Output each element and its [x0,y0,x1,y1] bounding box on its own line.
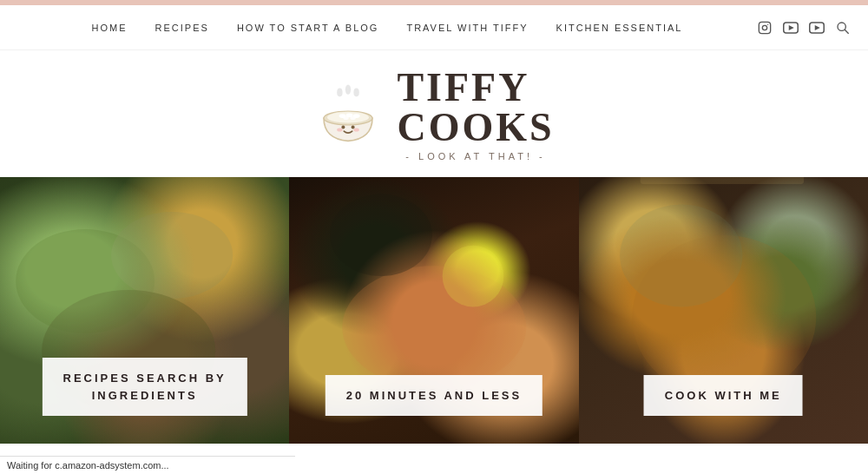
card-2-label: 20 MINUTES AND LESS [326,375,542,417]
svg-point-1 [762,25,766,30]
bowl-logo-icon [313,80,383,149]
logo-area: TIFFY COOKS - LOOK AT THAT! - [0,50,868,177]
svg-point-28 [443,246,504,307]
svg-line-8 [845,30,849,34]
logo-title-line1: TIFFY [397,65,529,109]
svg-point-11 [354,89,359,97]
nav-links: Home Recipes How to Start a Blog Travel … [17,23,757,33]
nav-icons [757,20,851,36]
search-icon[interactable] [835,20,851,36]
nav-home[interactable]: Home [92,23,128,33]
card-2-label-text: 20 MINUTES AND LESS [346,387,522,405]
svg-point-23 [354,128,359,132]
logo-container: TIFFY COOKS - LOOK AT THAT! - [313,68,554,161]
svg-point-22 [338,128,343,132]
svg-marker-6 [815,25,820,30]
nav-travel[interactable]: Travel with Tiffy [406,23,528,33]
card-recipes-search[interactable]: RECIPES SEARCH BY INGREDIENTS [0,177,289,444]
svg-point-2 [767,23,768,24]
youtube-alt-icon[interactable] [809,20,825,36]
svg-point-7 [838,23,845,30]
logo-text: TIFFY COOKS - LOOK AT THAT! - [397,68,554,161]
card-20-minutes[interactable]: 20 MINUTES AND LESS [289,177,578,444]
svg-point-21 [352,125,355,128]
nav-recipes[interactable]: Recipes [155,23,209,33]
card-3-label-text: COOK WITH ME [665,387,782,405]
svg-point-18 [344,116,349,120]
nav-kitchen[interactable]: Kitchen Essential [556,23,683,33]
card-1-label: RECIPES SEARCH BY INGREDIENTS [43,358,247,416]
card-1-label-text: RECIPES SEARCH BY INGREDIENTS [63,370,227,404]
card-3-label: COOK WITH ME [644,375,803,417]
nav-how-to-blog[interactable]: How to Start a Blog [237,23,379,33]
youtube-icon[interactable] [783,20,799,36]
svg-point-25 [111,212,233,299]
svg-point-20 [342,125,345,128]
instagram-icon[interactable] [757,20,773,36]
svg-rect-0 [759,22,770,33]
logo-title-line2: COOKS [397,105,554,149]
svg-point-9 [338,89,343,97]
card-cook-with-me[interactable]: COOK WITH ME [579,177,868,444]
svg-rect-32 [640,177,803,184]
status-bar: Waiting for c.amazon-adsystem.com... [0,456,295,474]
svg-point-31 [620,205,742,307]
cards-section: RECIPES SEARCH BY INGREDIENTS 20 MINUTES… [0,177,868,444]
svg-point-10 [345,85,351,95]
logo-subtitle: - LOOK AT THAT! - [397,151,554,161]
svg-point-19 [351,116,356,120]
navigation: Home Recipes How to Start a Blog Travel … [0,5,868,50]
svg-marker-4 [789,25,794,30]
svg-point-29 [330,194,432,276]
